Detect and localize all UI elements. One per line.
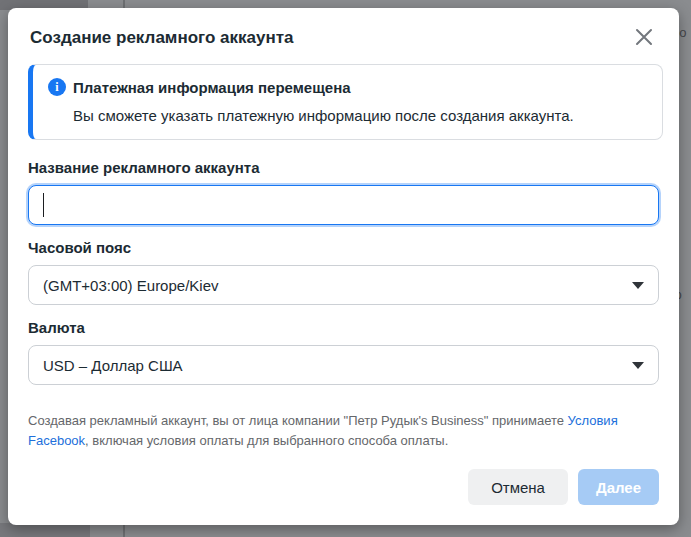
chevron-down-icon xyxy=(632,362,644,369)
dialog-header: Создание рекламного аккаунта xyxy=(23,22,664,50)
currency-select[interactable]: USD – Доллар США xyxy=(28,345,659,385)
backdrop-dimmed-sidebar-bottom xyxy=(0,523,90,537)
currency-label: Валюта xyxy=(28,319,659,336)
timezone-label: Часовой пояс xyxy=(28,239,659,256)
legal-text-before: Создавая рекламный аккаунт, вы от лица к… xyxy=(28,413,568,428)
legal-text-after: , включая условия оплаты для выбранного … xyxy=(85,433,448,448)
legal-text: Создавая рекламный аккаунт, вы от лица к… xyxy=(28,411,659,451)
ad-account-form: Название рекламного аккаунта Часовой поя… xyxy=(23,140,664,505)
banner-body: Вы сможете указать платежную информацию … xyxy=(73,106,646,125)
close-button[interactable] xyxy=(632,26,656,50)
ad-account-name-input[interactable] xyxy=(28,185,659,225)
banner-header: i Платежная информация перемещена xyxy=(48,78,646,96)
dialog-actions: Отмена Далее xyxy=(28,469,659,505)
text-cursor xyxy=(43,193,44,217)
ad-account-name-label: Название рекламного аккаунта xyxy=(28,159,659,176)
timezone-selected-value: (GMT+03:00) Europe/Kiev xyxy=(43,277,219,294)
payment-info-banner: i Платежная информация перемещена Вы смо… xyxy=(28,64,663,140)
banner-title: Платежная информация перемещена xyxy=(73,79,351,96)
ad-account-name-field-wrap xyxy=(28,185,659,225)
info-icon: i xyxy=(48,78,66,96)
currency-selected-value: USD – Доллар США xyxy=(43,357,183,374)
timezone-select[interactable]: (GMT+03:00) Europe/Kiev xyxy=(28,265,659,305)
dialog-title: Создание рекламного аккаунта xyxy=(30,28,293,48)
create-ad-account-dialog: Создание рекламного аккаунта i Платежная… xyxy=(8,8,679,525)
next-button[interactable]: Далее xyxy=(578,469,659,505)
close-icon xyxy=(634,27,654,50)
chevron-down-icon xyxy=(632,282,644,289)
cancel-button[interactable]: Отмена xyxy=(468,469,568,505)
